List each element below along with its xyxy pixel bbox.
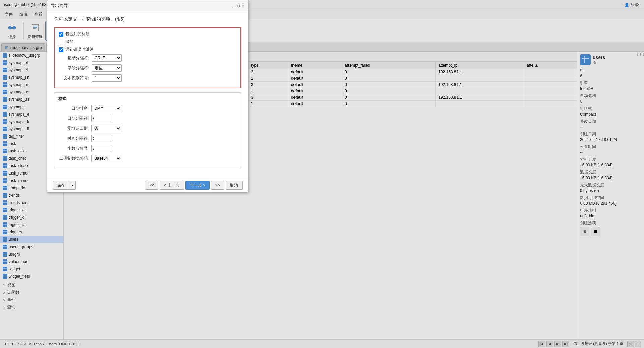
date-separator-label: 日期分隔符: <box>58 116 89 121</box>
dialog-titlebar: 导出向导 ─ □ ✕ <box>47 0 248 11</box>
date-order-row: 日期排序: DMY MDY YMD <box>58 105 237 112</box>
time-separator-row: 时间分隔符: <box>58 135 237 142</box>
continue-on-error-checkbox[interactable] <box>59 47 63 52</box>
save-button[interactable]: 保存 <box>53 181 69 190</box>
record-separator-row: 记录分隔符: CRLF LF CR <box>59 54 236 62</box>
decimal-symbol-input[interactable] <box>91 145 111 152</box>
text-qualifier-label: 文本识别符号: <box>59 75 89 81</box>
dialog-format-title: 格式 <box>58 96 237 102</box>
append-checkbox[interactable] <box>59 40 63 44</box>
export-dialog: 导出向导 ─ □ ✕ 你可以定义一些附加的选项。(4/5) 包含列的标题 追加 <box>47 0 248 193</box>
user-icon: 👤 <box>624 3 629 7</box>
dialog-overlay: 导出向导 ─ □ ✕ 你可以定义一些附加的选项。(4/5) 包含列的标题 追加 <box>0 0 644 348</box>
field-separator-label: 字段分隔符: <box>59 65 89 71</box>
last-step-btn[interactable]: >> <box>211 181 224 190</box>
dialog-title: 导出向导 <box>51 3 68 9</box>
dialog-step-text: 你可以定义一些附加的选项。(4/5) <box>54 16 241 22</box>
field-separator-select[interactable]: 定位 , ; <box>92 64 122 72</box>
continue-on-error-row: 遇到错误时继续 <box>59 47 236 52</box>
zero-fill-select[interactable]: 否 是 <box>91 125 121 132</box>
field-separator-row: 字段分隔符: 定位 , ; <box>59 64 236 72</box>
save-dropdown-btn[interactable]: ▾ <box>69 181 76 190</box>
first-step-btn[interactable]: << <box>145 181 158 190</box>
binary-encoding-label: 二进制数据编码: <box>58 156 89 161</box>
login-area: 👤 登录 <box>624 2 639 8</box>
continue-on-error-label[interactable]: 遇到错误时继续 <box>65 47 94 52</box>
dialog-options-box: 包含列的标题 追加 遇到错误时继续 记录分隔符: CRLF LF CR <box>54 27 241 88</box>
zero-fill-row: 零填充日期: 否 是 <box>58 125 237 132</box>
decimal-symbol-row: 小数点符号: <box>58 145 237 152</box>
date-separator-row: 日期分隔符: <box>58 115 237 122</box>
time-separator-input[interactable] <box>91 135 111 142</box>
record-separator-select[interactable]: CRLF LF CR <box>92 54 122 62</box>
dialog-controls: ─ □ ✕ <box>233 3 245 8</box>
dialog-footer-left: 保存 ▾ <box>53 181 76 190</box>
binary-encoding-select[interactable]: Base64 Hex <box>91 155 121 162</box>
dialog-minimize-btn[interactable]: ─ <box>233 3 236 8</box>
text-qualifier-select[interactable]: " ' 无 <box>92 74 122 82</box>
date-order-select[interactable]: DMY MDY YMD <box>91 105 121 112</box>
dialog-footer: 保存 ▾ << < 上一步 下一步 > >> 取消 <box>47 178 248 192</box>
append-row: 追加 <box>59 39 236 45</box>
login-label[interactable]: 登录 <box>631 2 639 8</box>
dialog-body: 你可以定义一些附加的选项。(4/5) 包含列的标题 追加 遇到错误时继续 记录分… <box>47 11 248 178</box>
zero-fill-label: 零填充日期: <box>58 126 89 131</box>
next-step-btn[interactable]: 下一步 > <box>185 181 210 190</box>
binary-encoding-row: 二进制数据编码: Base64 Hex <box>58 155 237 162</box>
date-order-label: 日期排序: <box>58 106 89 111</box>
cancel-btn[interactable]: 取消 <box>226 181 243 190</box>
date-separator-input[interactable] <box>91 115 111 122</box>
dialog-close-btn[interactable]: ✕ <box>241 3 245 8</box>
include-col-title-row: 包含列的标题 <box>59 31 236 37</box>
text-qualifier-row: 文本识别符号: " ' 无 <box>59 74 236 82</box>
prev-step-btn[interactable]: < 上一步 <box>160 181 184 190</box>
dialog-maximize-btn[interactable]: □ <box>237 3 240 8</box>
append-label[interactable]: 追加 <box>65 39 73 45</box>
save-dropdown: 保存 ▾ <box>53 181 76 190</box>
include-col-title-label[interactable]: 包含列的标题 <box>65 31 90 37</box>
dialog-format-section: 格式 日期排序: DMY MDY YMD 日期分隔符: 零填充日期: <box>54 92 241 168</box>
record-separator-label: 记录分隔符: <box>59 55 89 61</box>
time-separator-label: 时间分隔符: <box>58 136 89 141</box>
dialog-footer-right: << < 上一步 下一步 > >> 取消 <box>145 181 243 190</box>
decimal-symbol-label: 小数点符号: <box>58 146 89 151</box>
include-col-title-checkbox[interactable] <box>59 32 63 37</box>
